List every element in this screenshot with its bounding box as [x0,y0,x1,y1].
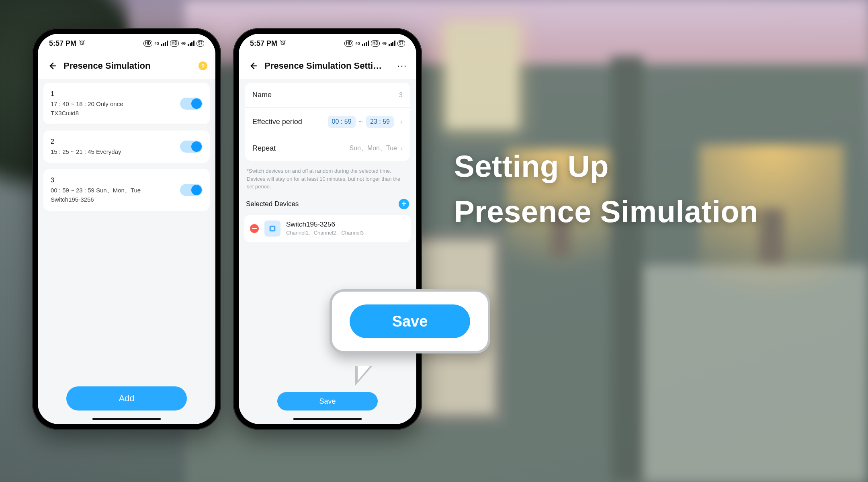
status-time: 5:57 PM [49,39,76,48]
settings-note: *Switch devices on and off at random dur… [244,165,411,196]
name-row[interactable]: Name 3 [245,83,410,107]
device-channels: Channel1、Channel2、Channel3 [286,229,364,237]
simulation-item[interactable]: 3 00 : 59 ~ 23 : 59 Sun、Mon、Tue Switch19… [43,169,210,210]
chevron-right-icon: › [400,144,403,153]
item-toggle[interactable] [180,184,203,196]
hd-badge: HD [143,40,152,47]
headline-line2: Presence Simulation [454,194,758,229]
alarm-icon [79,39,85,48]
back-button[interactable] [247,60,259,72]
status-bar: 5:57 PM HD 4G HD 4G 57 [239,34,416,53]
item-device: TX3Cuiid8 [51,108,123,118]
home-indicator [293,418,362,420]
item-device: Switch195-3256 [51,195,141,204]
item-index: 2 [51,137,121,147]
page-title: Presence Simulation [63,61,195,71]
save-callout: Save [330,289,490,353]
page-title: Presence Simulation Setti… [264,61,391,71]
simulation-item[interactable]: 1 17 : 40 ~ 18 : 20 Only once TX3Cuiid8 [43,83,210,124]
item-time: 15 : 25 ~ 21 : 45 Everyday [51,147,121,156]
period-row[interactable]: Effective period 00 : 59 ~ 23 : 59 › [245,107,410,136]
item-time: 17 : 40 ~ 18 : 20 Only once [51,99,123,108]
device-item[interactable]: Switch195-3256 Channel1、Channel2、Channel… [244,215,411,242]
net-label-1: 4G [355,41,360,45]
repeat-label: Repeat [252,144,276,153]
save-button[interactable]: Save [277,392,378,411]
help-icon[interactable]: ? [199,61,207,70]
more-menu-icon[interactable]: ··· [396,61,408,71]
signal-icon [362,41,369,46]
period-from[interactable]: 00 : 59 [328,116,356,128]
period-to[interactable]: 23 : 59 [366,116,394,128]
name-label: Name [252,91,272,99]
switch-device-icon [264,221,280,237]
back-button[interactable] [46,60,58,72]
signal-icon-2 [188,41,194,46]
signal-icon-2 [389,41,395,46]
hd-badge: HD [344,40,353,47]
remove-device-button[interactable] [250,224,259,233]
phone-mockup-list: 5:57 PM HD 4G HD 4G 57 Presence Simulati… [32,28,221,430]
battery-badge: 57 [197,40,204,47]
net-label-2: 4G [181,41,186,45]
repeat-value: Sun、Mon、Tue [349,144,397,153]
net-label-2: 4G [382,41,387,45]
selected-devices-label: Selected Devices [246,200,299,208]
navbar: Presence Simulation Setti… ··· [239,53,416,79]
phone-mockup-settings: 5:57 PM HD 4G HD 4G 57 Presence Simulati… [233,28,422,430]
item-toggle[interactable] [180,98,203,110]
item-toggle[interactable] [180,141,203,153]
headline-line1: Setting Up [454,149,758,184]
headline: Setting Up Presence Simulation [454,149,758,229]
signal-icon [161,41,168,46]
simulation-item[interactable]: 2 15 : 25 ~ 21 : 45 Everyday [43,131,210,163]
status-time: 5:57 PM [250,39,277,48]
item-index: 3 [51,176,141,186]
home-indicator [92,418,161,420]
name-value: 3 [399,92,403,99]
repeat-row[interactable]: Repeat Sun、Mon、Tue › [245,136,410,161]
status-bar: 5:57 PM HD 4G HD 4G 57 [38,34,215,53]
chevron-right-icon: › [400,118,403,126]
battery-badge: 57 [397,40,405,47]
hd-badge-2: HD [371,40,380,47]
item-time: 00 : 59 ~ 23 : 59 Sun、Mon、Tue [51,186,141,195]
hd-badge-2: HD [170,40,179,47]
add-device-button[interactable]: + [399,199,409,209]
save-callout-button[interactable]: Save [350,304,470,338]
navbar: Presence Simulation ? [38,53,215,79]
device-name: Switch195-3256 [286,221,364,229]
net-label-1: 4G [154,41,159,45]
add-button[interactable]: Add [66,386,187,411]
period-label: Effective period [252,118,302,126]
item-index: 1 [51,89,123,99]
alarm-icon [280,39,286,48]
svg-rect-3 [271,227,274,230]
